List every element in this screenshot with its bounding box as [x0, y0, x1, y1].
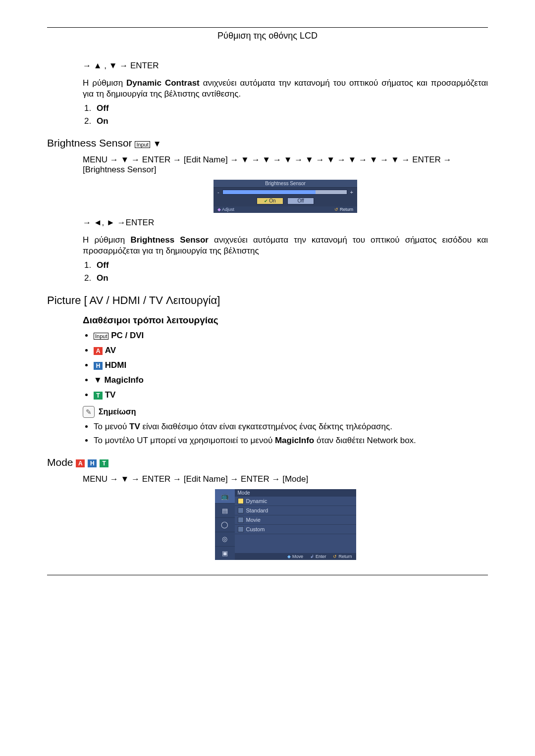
osd-mode-item-standard[interactable]: Standard	[235, 506, 356, 515]
brightness-desc-bold: Brightness Sensor	[130, 235, 209, 245]
note2-post: όταν διαθέτει Network box.	[314, 436, 416, 445]
mode-av-label: AV	[105, 346, 116, 355]
av-icon: A	[76, 459, 85, 467]
osd-mode-menu: 📺 ▤ ◯ ◎ ▣ Mode Dynamic Standard Movie Cu…	[215, 489, 356, 560]
brightness-nav1-pre: MENU → ▼ → ENTER →	[83, 155, 184, 164]
note-1: Το μενού TV είναι διαθέσιμο όταν είναι ε…	[94, 422, 488, 432]
dyncontrast-nav: → ▲ , ▼ → ENTER	[83, 61, 488, 71]
osd-bs-adjust: Adjust	[217, 207, 234, 212]
brightness-nav1-edit: [Edit Name]	[184, 155, 228, 164]
osd-bs-on-label: On	[269, 198, 275, 203]
mode-magic-label: MagicInfo	[105, 375, 144, 385]
footer-rule	[47, 575, 488, 575]
osd-mode-enter: Enter	[310, 554, 326, 559]
mode-pc-label: PC / DVI	[111, 331, 144, 340]
note-2: Το μοντέλο UT μπορεί να χρησιμοποιεί το …	[94, 436, 488, 446]
note1-post: είναι διαθέσιμο όταν είναι εγκατεστημένο…	[140, 422, 392, 431]
osd-bs-off-label: Off	[297, 198, 304, 203]
osd-mode-item-label: Dynamic	[246, 498, 268, 504]
note1-bold: TV	[129, 422, 140, 431]
brightness-nav1: MENU → ▼ → ENTER → [Edit Name] → ▼ → ▼ →…	[83, 155, 488, 175]
mode-nav-pre: MENU → ▼ → ENTER →	[83, 474, 184, 484]
page-title: Ρύθμιση της οθόνης LCD	[47, 31, 488, 41]
input-icon: Input	[135, 141, 150, 148]
osd-brightness-sensor: Brightness Sensor - + ✔On Off Adjust Ret…	[214, 180, 357, 213]
brightness-nav1-label: [Brightness Sensor]	[83, 165, 156, 174]
osd-bs-slider-row: - +	[214, 188, 357, 197]
dyncontrast-desc: Η ρύθμιση Dynamic Contrast ανιχνεύει αυτ…	[83, 78, 488, 100]
tv-icon: T	[100, 459, 108, 467]
mode-hdmi-row: H HDMI	[94, 360, 488, 370]
brightness-desc-pre: Η ρύθμιση	[83, 235, 130, 245]
dyncontrast-desc-pre: Η ρύθμιση	[83, 78, 126, 88]
osd-mode-item-movie[interactable]: Movie	[235, 515, 356, 525]
dyncontrast-opt-off: Off	[97, 103, 109, 113]
osd-mode-return: Return	[333, 554, 352, 559]
osd-mode-sidebar: 📺 ▤ ◯ ◎ ▣	[215, 489, 235, 560]
osd-mode-item-custom[interactable]: Custom	[235, 525, 356, 534]
mode-heading-row: Mode A H T	[47, 456, 488, 468]
osd-side-item-icon[interactable]: ◎	[215, 532, 235, 547]
note-list: Το μενού TV είναι διαθέσιμο όταν είναι ε…	[83, 422, 488, 446]
osd-mode-blank	[235, 534, 356, 553]
osd-bs-on-button[interactable]: ✔On	[257, 198, 283, 204]
osd-bs-slider[interactable]	[222, 190, 347, 195]
osd-bs-off-button[interactable]: Off	[287, 198, 314, 204]
radio-icon	[238, 526, 244, 532]
dyncontrast-opt-on: On	[97, 116, 108, 126]
brightness-opt-on: On	[97, 273, 108, 283]
brightness-opts: Off On	[83, 260, 488, 283]
radio-icon	[238, 517, 244, 523]
tv-icon: T	[94, 392, 103, 400]
osd-bs-minus: -	[217, 189, 219, 195]
dyncontrast-opts: Off On	[83, 103, 488, 126]
osd-mode-panel: Mode Dynamic Standard Movie Custom Move …	[235, 489, 356, 560]
mode-hdmi-label: HDMI	[105, 360, 126, 370]
brightness-desc: Η ρύθμιση Brightness Sensor ανιχνεύει αυ…	[83, 235, 488, 256]
hdmi-icon: H	[94, 362, 103, 370]
brightness-heading: Brightness Sensor	[47, 137, 132, 149]
osd-bs-title: Brightness Sensor	[214, 180, 357, 188]
osd-mode-footer: Move Enter Return	[235, 553, 356, 560]
mode-heading: Mode	[47, 456, 73, 468]
osd-bs-return: Return	[334, 207, 353, 212]
note-heading-row: ✎ Σημείωση	[83, 406, 488, 418]
osd-mode-title: Mode	[235, 489, 356, 497]
osd-mode-item-dynamic[interactable]: Dynamic	[235, 497, 356, 506]
mode-nav-edit: [Edit Name]	[184, 474, 228, 484]
note1-pre: Το μενού	[94, 422, 129, 431]
osd-mode-move: Move	[287, 554, 303, 559]
mode-tv-label: TV	[105, 390, 116, 400]
osd-bs-plus: +	[350, 189, 353, 195]
av-icon: A	[94, 347, 103, 355]
osd-side-item-icon[interactable]: ▤	[215, 504, 235, 518]
picture-heading: Picture [ AV / HDMI / TV Λειτουργία]	[47, 294, 488, 307]
radio-icon	[238, 498, 244, 504]
mode-nav-mid: → ENTER →	[228, 474, 283, 484]
radio-icon	[238, 507, 244, 513]
note-icon: ✎	[83, 406, 95, 418]
osd-mode-item-label: Custom	[246, 526, 265, 532]
mode-magic-row: ▼ MagicInfo	[94, 375, 488, 385]
note2-bold: MagicInfo	[275, 436, 314, 445]
dyncontrast-desc-bold: Dynamic Contrast	[126, 78, 200, 88]
osd-mode-item-label: Movie	[246, 517, 261, 523]
mode-tv-row: T TV	[94, 390, 488, 400]
input-icon: Input	[94, 333, 108, 340]
brightness-opt-off: Off	[97, 260, 109, 270]
mode-av-row: A AV	[94, 346, 488, 355]
osd-bs-slider-fill	[223, 190, 316, 194]
osd-side-picture-icon[interactable]: 📺	[215, 489, 235, 504]
osd-side-item-icon[interactable]: ▣	[215, 547, 235, 560]
modes-subheading: Διαθέσιμοι τρόποι λειτουργίας	[83, 315, 488, 326]
hdmi-icon: H	[88, 459, 97, 467]
brightness-heading-row: Brightness Sensor Input ▼	[47, 137, 488, 149]
mode-nav-label: [Mode]	[282, 474, 308, 484]
osd-mode-item-label: Standard	[246, 507, 268, 513]
magicinfo-icon: ▼	[153, 139, 161, 149]
modes-list: Input PC / DVI A AV H HDMI ▼ MagicInfo T…	[83, 331, 488, 400]
brightness-nav1-mid: → ▼ → ▼ → ▼ → ▼ → ▼ → ▼ → ▼ → ▼ → ENTER …	[228, 155, 452, 164]
osd-side-item-icon[interactable]: ◯	[215, 518, 235, 532]
header-rule	[47, 27, 488, 28]
check-icon: ✔	[264, 199, 268, 203]
